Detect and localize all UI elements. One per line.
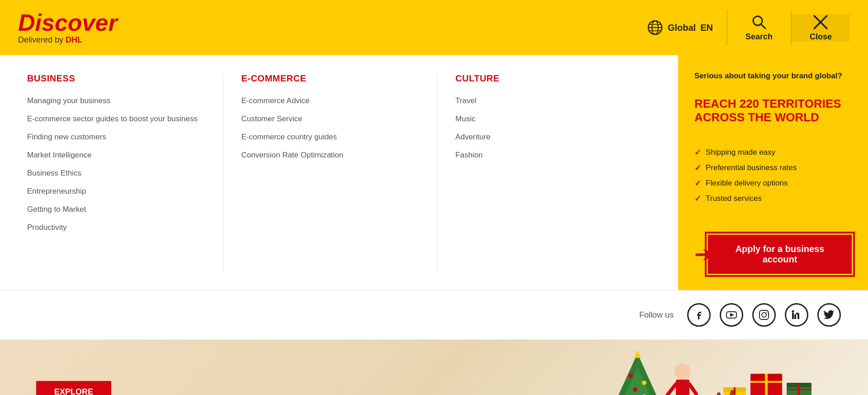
promo-arrow-icon: ➔ [694, 243, 712, 265]
lang-label: EN [700, 23, 713, 33]
logo-discover: Discover [18, 11, 118, 34]
promo-subtitle: Serious about taking your brand global? [694, 71, 852, 81]
svg-marker-44 [634, 350, 641, 358]
logo[interactable]: Discover Delivered by DHL [18, 11, 118, 45]
promo-cta-row: ➔ Apply for a business account [694, 235, 852, 274]
promo-item-4: ✓Trusted services [694, 194, 852, 204]
check-icon-2: ✓ [694, 163, 701, 173]
nav-link-ecommerce-country[interactable]: E-commerce country guides [241, 133, 419, 142]
svg-point-15 [792, 310, 794, 313]
hero-bottom: EXPLORE [0, 340, 868, 395]
nav-link-entrepreneurship[interactable]: Entrepreneurship [27, 187, 205, 196]
header-right: Global EN Search Close [633, 10, 850, 46]
twitter-icon[interactable] [817, 303, 841, 327]
close-button[interactable]: Close [792, 14, 850, 42]
nav-link-adventure[interactable]: Adventure [455, 133, 633, 142]
globe-icon [647, 19, 663, 36]
nav-culture-title: CULTURE [455, 73, 633, 84]
nav-column-ecommerce: E-COMMERCE E-commerce Advice Customer Se… [241, 73, 438, 272]
svg-rect-14 [792, 313, 794, 319]
search-button[interactable]: Search [727, 14, 791, 42]
check-icon-4: ✓ [694, 194, 701, 204]
site-header: Discover Delivered by DHL Global EN Sear… [0, 0, 868, 55]
svg-marker-10 [730, 313, 734, 317]
apply-business-account-button[interactable]: Apply for a business account [708, 235, 852, 274]
hero-illustration: EXPLORE [0, 340, 868, 395]
promo-box: Serious about taking your brand global? … [678, 55, 868, 290]
youtube-icon[interactable] [720, 303, 743, 327]
nav-ecommerce-title: E-COMMERCE [241, 73, 419, 84]
svg-point-41 [642, 381, 646, 385]
nav-business-title: BUSINESS [27, 73, 205, 84]
linkedin-icon[interactable] [785, 303, 808, 327]
svg-point-29 [675, 363, 691, 380]
svg-rect-30 [676, 380, 689, 395]
global-selector[interactable]: Global EN [633, 19, 726, 36]
follow-label: Follow us [639, 310, 674, 320]
promo-checklist: ✓Shipping made easy ✓Preferential busine… [694, 148, 852, 209]
promo-item-3: ✓Flexible delivery options [694, 178, 852, 188]
nav-link-productivity[interactable]: Productivity [27, 223, 205, 232]
close-label: Close [810, 32, 832, 42]
svg-line-6 [761, 24, 765, 29]
check-icon-1: ✓ [694, 148, 701, 157]
nav-dropdown: BUSINESS Managing your business E-commer… [0, 55, 868, 290]
svg-point-42 [633, 387, 637, 392]
svg-point-40 [628, 374, 633, 378]
hero-gifts-svg [561, 349, 832, 395]
svg-rect-11 [760, 310, 769, 319]
promo-item-2: ✓Preferential business rates [694, 163, 852, 173]
nav-link-travel[interactable]: Travel [455, 96, 633, 105]
nav-column-business: BUSINESS Managing your business E-commer… [27, 73, 223, 272]
nav-link-business-ethics[interactable]: Business Ethics [27, 169, 205, 178]
global-label: Global [668, 23, 696, 33]
svg-point-12 [762, 313, 766, 317]
svg-line-31 [665, 384, 676, 395]
nav-link-customer-service[interactable]: Customer Service [241, 114, 419, 124]
nav-link-market-intelligence[interactable]: Market Intelligence [27, 151, 205, 160]
svg-line-32 [689, 384, 696, 394]
nav-link-fashion[interactable]: Fashion [455, 151, 633, 160]
nav-link-getting-to-market[interactable]: Getting to Market [27, 205, 205, 214]
promo-title: REACH 220 TERRITORIES ACROSS THE WORLD [694, 97, 852, 124]
follow-row: Follow us [0, 290, 868, 340]
hero-cta-button[interactable]: EXPLORE [36, 381, 111, 395]
check-icon-3: ✓ [694, 178, 701, 188]
promo-item-1: ✓Shipping made easy [694, 148, 852, 157]
close-icon [812, 14, 829, 30]
logo-subtitle: Delivered by DHL [18, 35, 118, 45]
nav-column-culture: CULTURE Travel Music Adventure Fashion [455, 73, 651, 272]
nav-link-finding-customers[interactable]: Finding new customers [27, 133, 205, 142]
nav-columns: BUSINESS Managing your business E-commer… [0, 55, 678, 290]
nav-link-ecommerce-advice[interactable]: E-commerce Advice [241, 96, 419, 105]
nav-link-ecommerce-guides[interactable]: E-commerce sector guides to boost your b… [27, 114, 205, 124]
search-icon [751, 14, 767, 30]
search-label: Search [745, 32, 773, 42]
instagram-icon[interactable] [752, 303, 776, 327]
facebook-icon[interactable] [687, 303, 711, 327]
nav-link-managing[interactable]: Managing your business [27, 96, 205, 105]
svg-point-13 [766, 312, 767, 313]
nav-link-conversion[interactable]: Conversion Rate Optimization [241, 151, 419, 160]
nav-link-music[interactable]: Music [455, 114, 633, 124]
